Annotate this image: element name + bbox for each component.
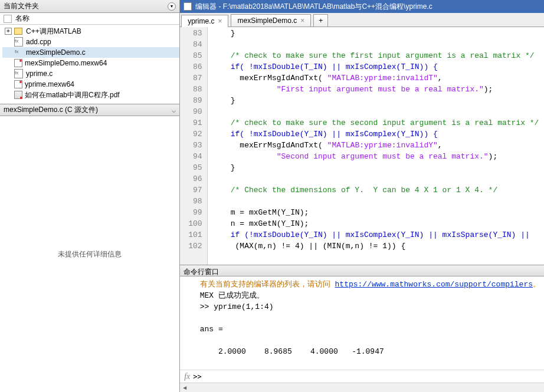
file-row[interactable]: mexSimpleDemo.c: [2, 47, 179, 58]
tab-label: yprime.c: [188, 17, 214, 25]
code-body[interactable]: } /* check to make sure the first input …: [208, 27, 544, 265]
file-icon: [14, 80, 22, 88]
indent: [5, 38, 12, 45]
indent: [5, 81, 12, 88]
editor-tabs: yprime.c × mexSimpleDemo.c × +: [180, 13, 544, 27]
ans-label: ans =: [191, 325, 223, 334]
editor-icon: [183, 2, 192, 11]
indent: [5, 91, 12, 98]
cmd-call: >> yprime(1,1:4): [191, 302, 273, 311]
compilers-link[interactable]: https://www.mathworks.com/support/compil…: [335, 280, 533, 289]
hscroll[interactable]: ◄: [180, 383, 544, 392]
fx-icon[interactable]: fx: [184, 372, 190, 381]
file-tree: + C++调用MATLAB add.cppmexSimpleDemo.cmexS…: [0, 25, 179, 104]
editor-titlebar: 编辑器 - F:\matlab2018a\MATLAB\MATLAB\matla…: [180, 0, 544, 13]
file-row[interactable]: yprime.c: [2, 68, 179, 79]
file-label: add.cpp: [26, 38, 51, 46]
tree-header[interactable]: 名称: [0, 13, 179, 25]
details-body: 未提供任何详细信息: [0, 116, 179, 392]
tab-label: mexSimpleDemo.c: [237, 17, 297, 25]
command-window[interactable]: 有关当前支持的编译器的列表，请访问 https://www.mathworks.…: [180, 276, 544, 370]
file-label: yprime.c: [26, 70, 53, 78]
file-row[interactable]: add.cpp: [2, 37, 179, 47]
file-icon: [14, 91, 22, 99]
indent: [5, 70, 12, 77]
right-panel: 编辑器 - F:\matlab2018a\MATLAB\MATLAB\matla…: [180, 0, 544, 392]
prompt: >>: [193, 373, 201, 381]
details-header: mexSimpleDemo.c (C 源文件) ⌵: [0, 104, 179, 116]
file-icon: [14, 59, 22, 67]
command-prompt-row[interactable]: fx >>: [180, 370, 544, 383]
file-row[interactable]: 如何在matlab中调用C程序.pdf: [2, 90, 179, 100]
close-icon[interactable]: ×: [300, 17, 304, 25]
folder-icon: [14, 28, 22, 35]
close-icon[interactable]: ×: [218, 17, 222, 25]
blank-file-icon: [4, 15, 12, 23]
indent: [5, 49, 12, 56]
name-column-label: 名称: [15, 14, 30, 24]
mex-done: MEX 已成功完成。: [191, 291, 264, 300]
details-title: mexSimpleDemo.c (C 源文件): [4, 105, 98, 115]
current-folder-panel: 当前文件夹 ▾ 名称 + C++调用MATLAB add.cppmexSimpl…: [0, 0, 180, 392]
file-row[interactable]: mexSimpleDemo.mexw64: [2, 58, 179, 68]
file-icon: [14, 69, 24, 78]
file-icon: [14, 37, 24, 47]
file-label: mexSimpleDemo.c: [26, 48, 86, 57]
chevron-down-icon[interactable]: ⌵: [172, 106, 176, 114]
command-window-title: 命令行窗口: [183, 268, 219, 276]
folder-panel-header: 当前文件夹 ▾: [0, 0, 179, 13]
code-editor[interactable]: 83 84 85 86 87 88 89 90 91 92 93 94 95 9…: [180, 27, 544, 265]
tab-mexsimpledemo[interactable]: mexSimpleDemo.c ×: [231, 14, 311, 27]
plus-icon: +: [319, 17, 323, 25]
expand-icon[interactable]: +: [5, 28, 12, 35]
details-msg: 未提供任何详细信息: [58, 249, 122, 259]
folder-label: C++调用MATLAB: [26, 27, 81, 37]
ans-values: 2.0000 8.9685 4.0000 -1.0947: [191, 347, 384, 356]
indent: [5, 60, 12, 67]
command-window-titlebar: 命令行窗口: [180, 265, 544, 276]
folder-panel-title: 当前文件夹: [4, 1, 39, 11]
file-icon: [14, 48, 24, 57]
editor-title-text: 编辑器 - F:\matlab2018a\MATLAB\MATLAB\matla…: [195, 2, 432, 12]
tab-yprime[interactable]: yprime.c ×: [181, 15, 228, 27]
file-row[interactable]: yprime.mexw64: [2, 79, 179, 90]
line-gutter: 83 84 85 86 87 88 89 90 91 92 93 94 95 9…: [180, 27, 207, 265]
file-label: yprime.mexw64: [25, 80, 74, 88]
panel-menu-icon[interactable]: ▾: [168, 2, 176, 11]
folder-row[interactable]: + C++调用MATLAB: [2, 26, 179, 37]
file-label: mexSimpleDemo.mexw64: [25, 59, 107, 67]
scroll-left-icon[interactable]: ◄: [180, 384, 189, 391]
file-label: 如何在matlab中调用C程序.pdf: [25, 90, 120, 100]
new-tab-button[interactable]: +: [313, 14, 328, 27]
compiler-hint-post: 。: [533, 280, 540, 289]
compiler-hint-pre: 有关当前支持的编译器的列表，请访问: [191, 280, 335, 289]
